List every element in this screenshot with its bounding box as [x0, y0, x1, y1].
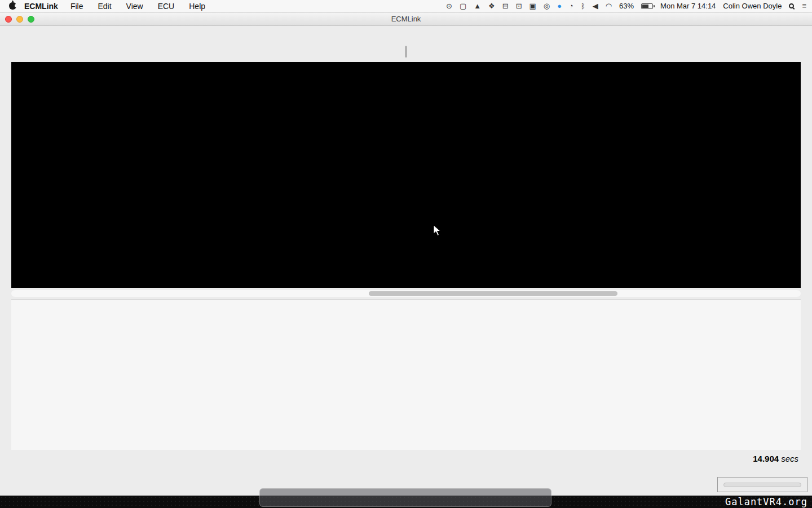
- time-machine-icon[interactable]: ◔: [569, 0, 573, 12]
- app-window-icon[interactable]: ▢: [460, 0, 466, 12]
- wifi-icon[interactable]: ◠: [606, 0, 612, 12]
- spotlight-icon[interactable]: [789, 0, 794, 12]
- menu-user[interactable]: Colin Owen Doyle: [723, 2, 782, 10]
- battery-icon[interactable]: [641, 3, 653, 9]
- tab-row: [0, 43, 812, 58]
- menu-bar: ECMLink FileEditViewECUHelp ⊙▢▲❖⊟⊡▣◎●◔ᛒ◀…: [0, 0, 812, 12]
- notification-center-icon[interactable]: ≡: [802, 0, 806, 12]
- elapsed-time: 14.904secs: [753, 454, 801, 463]
- dock: [259, 488, 551, 507]
- menu-status-icons: ⊙▢▲❖⊟⊡▣◎●◔ᛒ◀◠: [446, 0, 612, 12]
- battery-percent: 63%: [619, 2, 634, 10]
- menu-edit[interactable]: Edit: [98, 2, 111, 11]
- bottom-slider-panel: [717, 477, 807, 492]
- backup-drive-icon[interactable]: ▣: [529, 0, 536, 12]
- spiral-icon[interactable]: ◎: [544, 0, 550, 12]
- flux-icon[interactable]: ●: [557, 0, 562, 12]
- log-graph-canvas: [11, 62, 801, 288]
- elapsed-value: 14.904: [753, 454, 779, 463]
- dropbox-icon[interactable]: ❖: [488, 0, 495, 12]
- log-tabs: [405, 46, 407, 58]
- menu-file[interactable]: File: [70, 2, 83, 11]
- window-title: ECMLink: [0, 15, 812, 23]
- window-titlebar[interactable]: ECMLink: [0, 12, 812, 26]
- action-bar: 14.904secs: [11, 451, 801, 466]
- bottom-slider[interactable]: [723, 483, 801, 487]
- circle-info-icon[interactable]: ⊙: [446, 0, 452, 12]
- gauge-table: [11, 299, 801, 450]
- menu-view[interactable]: View: [126, 2, 143, 11]
- menu-bar-right: ⊙▢▲❖⊟⊡▣◎●◔ᛒ◀◠ 63% Mon Mar 7 14:14 Colin …: [446, 0, 806, 12]
- menu-items: FileEditViewECUHelp: [70, 2, 205, 11]
- log-graph[interactable]: [11, 62, 801, 288]
- drive-icon[interactable]: ▲: [474, 0, 481, 12]
- desktop-watermark: GalantVR4.org: [725, 496, 807, 507]
- apple-menu-icon[interactable]: [9, 2, 16, 10]
- menu-ecu[interactable]: ECU: [158, 2, 175, 11]
- lock-icon[interactable]: ⊡: [516, 0, 522, 12]
- volume-icon[interactable]: ◀: [593, 0, 598, 12]
- menu-help[interactable]: Help: [189, 2, 205, 11]
- menu-clock[interactable]: Mon Mar 7 14:14: [660, 2, 716, 10]
- bluetooth-icon[interactable]: ᛒ: [581, 0, 585, 12]
- ecmlink-window: ECMLink 14.904secs: [0, 12, 812, 496]
- network-display-icon[interactable]: ⊟: [502, 0, 509, 12]
- menu-app-name[interactable]: ECMLink: [24, 2, 58, 11]
- graph-scrollbar[interactable]: [11, 290, 801, 297]
- elapsed-unit: secs: [781, 454, 798, 463]
- screen: ECMLink FileEditViewECUHelp ⊙▢▲❖⊟⊡▣◎●◔ᛒ◀…: [0, 0, 812, 508]
- graph-scrollbar-thumb[interactable]: [369, 291, 617, 296]
- menu-trailing-icons: ≡: [789, 0, 806, 12]
- toolbar: [0, 26, 812, 43]
